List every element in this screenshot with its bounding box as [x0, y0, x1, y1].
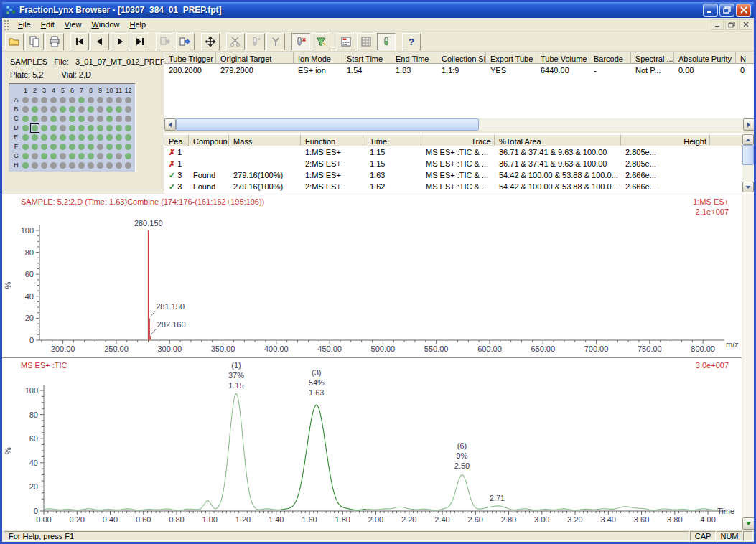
- well-C10[interactable]: [105, 114, 114, 123]
- scroll-left-icon[interactable]: [164, 118, 176, 131]
- well-D4[interactable]: [49, 123, 58, 133]
- well-C8[interactable]: [86, 114, 95, 123]
- menu-item-file[interactable]: File: [13, 19, 36, 30]
- well-A6[interactable]: [67, 95, 77, 105]
- well-H10[interactable]: [105, 161, 114, 170]
- well-F1[interactable]: [21, 142, 30, 151]
- first-record-button[interactable]: [70, 33, 89, 50]
- well-D10[interactable]: [105, 123, 114, 133]
- well-H2[interactable]: [30, 161, 39, 170]
- menu-grip-icon[interactable]: [4, 19, 10, 30]
- well-G3[interactable]: [39, 151, 49, 161]
- column-header[interactable]: Barcode: [589, 52, 631, 64]
- well-F4[interactable]: [49, 142, 58, 151]
- well-C11[interactable]: [114, 114, 123, 123]
- well-G7[interactable]: [77, 151, 86, 161]
- previous-record-button[interactable]: [90, 33, 109, 50]
- next-record-button[interactable]: [111, 33, 129, 50]
- well-H8[interactable]: [86, 161, 95, 170]
- column-header[interactable]: Start Time: [342, 52, 391, 64]
- print-button[interactable]: [45, 33, 64, 50]
- well-F9[interactable]: [95, 142, 105, 151]
- well-E6[interactable]: [67, 133, 77, 142]
- table-row[interactable]: ✓3Found279.16(100%)1:MS ES+1.63MS ES+ :T…: [164, 169, 743, 181]
- column-header[interactable]: Collection Site: [437, 52, 486, 64]
- well-A4[interactable]: [49, 95, 58, 105]
- well-C5[interactable]: [58, 114, 67, 123]
- well-D1[interactable]: [21, 123, 30, 133]
- well-F10[interactable]: [105, 142, 114, 151]
- export-button[interactable]: [176, 33, 195, 50]
- well-B7[interactable]: [77, 105, 86, 114]
- peaks-table[interactable]: Pea...CompoundMassFunctionTimeTrace%Tota…: [164, 134, 743, 192]
- well-B3[interactable]: [39, 105, 49, 114]
- well-H3[interactable]: [39, 161, 49, 170]
- well-G10[interactable]: [105, 151, 114, 161]
- column-header[interactable]: Trace: [421, 134, 495, 146]
- mdi-close-button[interactable]: [739, 19, 752, 30]
- well-E12[interactable]: [123, 133, 133, 142]
- table-row[interactable]: ✗11:MS ES+1.15MS ES+ :TIC & ...36.71 & 3…: [164, 146, 743, 158]
- well-A10[interactable]: [105, 95, 114, 105]
- well-B8[interactable]: [86, 105, 95, 114]
- well-F11[interactable]: [114, 142, 123, 151]
- hscroll-thumb[interactable]: [176, 118, 479, 131]
- delete-tube-button[interactable]: [291, 33, 310, 50]
- collection-table[interactable]: Tube TriggerOriginal TargetIon ModeStart…: [164, 52, 754, 76]
- column-header[interactable]: Spectral ...: [631, 52, 674, 64]
- column-header[interactable]: Height: [621, 134, 710, 146]
- well-C6[interactable]: [67, 114, 77, 123]
- well-A2[interactable]: [30, 95, 39, 105]
- well-A11[interactable]: [114, 95, 123, 105]
- column-header[interactable]: Export Tube: [486, 52, 536, 64]
- column-header[interactable]: Compound: [189, 134, 229, 146]
- well-G4[interactable]: [49, 151, 58, 161]
- well-B12[interactable]: [123, 105, 133, 114]
- well-F2[interactable]: [30, 142, 39, 151]
- well-F12[interactable]: [123, 142, 133, 151]
- well-C3[interactable]: [39, 114, 49, 123]
- well-H4[interactable]: [49, 161, 58, 170]
- table-row[interactable]: ✗12:MS ES+1.15MS ES+ :TIC & ...36.71 & 3…: [164, 158, 743, 169]
- well-plate-grid[interactable]: 123456789101112ABCDEFGH: [9, 83, 136, 172]
- scroll-down-icon[interactable]: [742, 182, 754, 192]
- close-button[interactable]: [736, 4, 751, 17]
- well-E3[interactable]: [39, 133, 49, 142]
- well-G11[interactable]: [114, 151, 123, 161]
- well-C9[interactable]: [95, 114, 105, 123]
- table-row[interactable]: ✓3Found279.16(100%)2:MS ES+1.62MS ES+ :T…: [164, 181, 743, 192]
- well-C1[interactable]: [21, 114, 30, 123]
- title-bar[interactable]: FractionLynx Browser - [10307_384_01_PRE…: [2, 2, 754, 18]
- column-header[interactable]: N: [736, 52, 755, 64]
- menu-item-help[interactable]: Help: [125, 19, 151, 30]
- well-E10[interactable]: [105, 133, 114, 142]
- fit-to-window-button[interactable]: [201, 33, 220, 50]
- well-F3[interactable]: [39, 142, 49, 151]
- well-H5[interactable]: [58, 161, 67, 170]
- menu-item-window[interactable]: Window: [86, 19, 124, 30]
- well-D7[interactable]: [77, 123, 86, 133]
- well-B5[interactable]: [58, 105, 67, 114]
- menu-item-view[interactable]: View: [60, 19, 87, 30]
- table-row[interactable]: 280.2000279.2000ES+ ion1.541.831,1:9YES6…: [164, 64, 754, 76]
- column-header[interactable]: Pea...: [164, 134, 189, 146]
- well-F8[interactable]: [86, 142, 95, 151]
- help-button[interactable]: ?: [402, 33, 421, 50]
- well-E7[interactable]: [77, 133, 86, 142]
- chart-scroll-down-icon[interactable]: [742, 517, 755, 530]
- well-F7[interactable]: [77, 142, 86, 151]
- well-C7[interactable]: [77, 114, 86, 123]
- well-E5[interactable]: [58, 133, 67, 142]
- well-D8[interactable]: [86, 123, 95, 133]
- column-header[interactable]: Original Target: [216, 52, 294, 64]
- well-E9[interactable]: [95, 133, 105, 142]
- well-B1[interactable]: [21, 105, 30, 114]
- well-D12[interactable]: [123, 123, 133, 133]
- column-header[interactable]: Absolute Purity: [674, 52, 736, 64]
- column-header[interactable]: Time: [365, 134, 421, 146]
- well-D11[interactable]: [114, 123, 123, 133]
- well-A8[interactable]: [86, 95, 95, 105]
- well-D3[interactable]: [39, 123, 49, 133]
- collection-table-hscrollbar[interactable]: [164, 118, 755, 131]
- minimize-button[interactable]: [703, 4, 718, 17]
